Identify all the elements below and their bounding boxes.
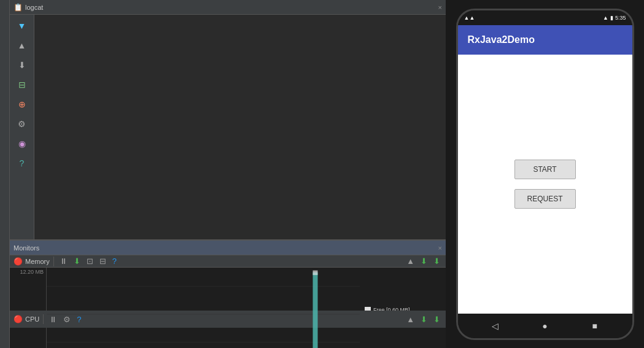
- memory-icon: 🔴: [14, 257, 23, 266]
- home-nav-icon[interactable]: ●: [538, 319, 551, 333]
- logcat-title-group: 📋 logcat: [14, 3, 43, 12]
- phone-status-bar: ▲▲ ▲ ▮ 5:35: [458, 10, 632, 25]
- toolbar-btn-3[interactable]: ⬇: [14, 56, 31, 74]
- request-button[interactable]: REQUEST: [514, 189, 576, 209]
- memory-row: 🔴 Memory ⏸ ⬇ ⊡ ⊟ ? ▲ ⬇ ⬇ 12.20 MB 8.00 M…: [10, 255, 446, 311]
- app-bar-title: RxJava2Demo: [468, 34, 535, 45]
- back-nav-icon[interactable]: ◁: [488, 319, 502, 333]
- wifi-icon: ▲: [603, 15, 608, 21]
- memory-dl2-icon[interactable]: ⬇: [432, 255, 442, 267]
- toolbar-btn-2[interactable]: ▲: [14, 37, 31, 54]
- logcat-icon: 📋: [14, 3, 23, 12]
- memory-chart-svg: [47, 268, 360, 348]
- toolbar-btn-4[interactable]: ⊟: [14, 76, 31, 93]
- svg-rect-3: [313, 273, 318, 348]
- logcat-header-bar: 📋 logcat ×: [10, 0, 446, 15]
- memory-export-btn[interactable]: ⊡: [85, 255, 95, 267]
- logcat-toolbar: ▼ ▲ ⬇ ⊟ ⊕ ⚙ ◉ ?: [10, 15, 34, 239]
- toolbar-btn-1[interactable]: ▼: [14, 17, 31, 34]
- phone-status-icons: ▲ ▮ 5:35: [603, 15, 626, 21]
- phone-time: 5:35: [615, 15, 626, 21]
- phone-device: ▲▲ ▲ ▮ 5:35 RxJava2Demo START REQUEST ◁ …: [456, 9, 634, 340]
- memory-clear-btn[interactable]: ⊟: [98, 255, 108, 267]
- main-left-panel: 📋 logcat × ▼ ▲ ⬇ ⊟ ⊕ ⚙ ◉ ? Monitors ×: [10, 0, 446, 348]
- svg-rect-4: [313, 271, 318, 276]
- y-axis-top: 12.20 MB: [12, 269, 44, 275]
- logcat-panel: ▼ ▲ ⬇ ⊟ ⊕ ⚙ ◉ ?: [10, 15, 446, 241]
- memory-upload-icon[interactable]: ▲: [405, 255, 416, 267]
- toolbar-btn-5[interactable]: ⊕: [14, 96, 31, 113]
- cpu-dl2-icon[interactable]: ⬇: [432, 314, 442, 325]
- memory-pause-btn[interactable]: ⏸: [58, 255, 69, 267]
- cpu-dl-icon[interactable]: ⬇: [419, 314, 429, 325]
- memory-help-btn[interactable]: ?: [111, 255, 118, 267]
- cpu-upload-icon[interactable]: ▲: [405, 314, 416, 325]
- phone-content: START REQUEST: [458, 55, 632, 314]
- monitors-close-btn[interactable]: ×: [438, 244, 442, 252]
- logcat-title: logcat: [25, 4, 43, 11]
- cpu-icon: 🔴: [14, 315, 23, 323]
- logcat-close-btn[interactable]: ×: [438, 4, 442, 11]
- logcat-body: [34, 15, 446, 239]
- signal-icon: ▲▲: [464, 15, 475, 21]
- separator-1: [53, 257, 54, 266]
- memory-chart-container: 12.20 MB 8.00 MB 0.00 MB: [10, 268, 446, 348]
- phone-signal: ▲▲: [464, 15, 475, 21]
- recents-nav-icon[interactable]: ■: [588, 319, 602, 333]
- memory-legend: Free [0.60 MB] Allocated [10.81 MB]: [360, 268, 446, 348]
- memory-label: Memory: [25, 258, 50, 265]
- battery-icon: ▮: [610, 15, 613, 21]
- separator-2: [43, 314, 44, 324]
- memory-toolbar: 🔴 Memory ⏸ ⬇ ⊡ ⊟ ? ▲ ⬇ ⬇: [10, 255, 446, 268]
- right-panel: ▲▲ ▲ ▮ 5:35 RxJava2Demo START REQUEST ◁ …: [446, 0, 644, 348]
- toolbar-btn-7[interactable]: ◉: [14, 135, 31, 152]
- monitors-title: Monitors: [14, 244, 39, 252]
- memory-y-axis: 12.20 MB 8.00 MB 0.00 MB: [10, 268, 47, 348]
- toolbar-btn-6[interactable]: ⚙: [14, 115, 31, 133]
- start-button[interactable]: START: [514, 160, 576, 179]
- memory-chart: 0s: [47, 268, 360, 348]
- monitors-section: Monitors × 🔴 Memory ⏸ ⬇ ⊡ ⊟ ? ▲ ⬇ ⬇: [10, 241, 446, 348]
- left-sidebar: [0, 0, 10, 348]
- monitors-header: Monitors ×: [10, 241, 446, 255]
- toolbar-btn-8[interactable]: ?: [14, 155, 31, 172]
- cpu-label: CPU: [25, 315, 39, 323]
- memory-dl-icon[interactable]: ⬇: [419, 255, 429, 267]
- app-bar: RxJava2Demo: [458, 25, 632, 55]
- memory-down-btn[interactable]: ⬇: [72, 255, 82, 267]
- phone-nav-bar: ◁ ● ■: [458, 314, 632, 338]
